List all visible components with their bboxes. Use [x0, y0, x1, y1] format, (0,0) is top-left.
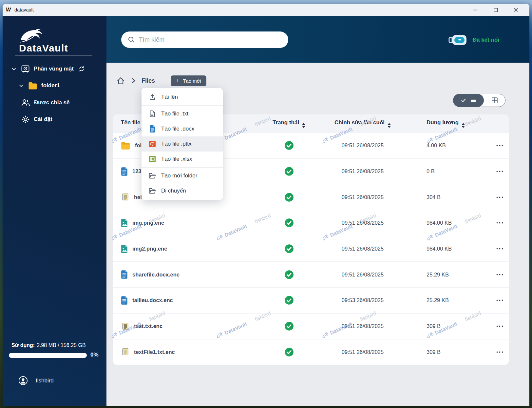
file-name: test.txt.enc — [134, 323, 162, 329]
sort-icon[interactable] — [302, 123, 305, 128]
usage-percent: 0% — [90, 352, 99, 358]
menu-item[interactable]: Tạo file .txt — [142, 106, 223, 121]
sidebar-item-vault[interactable]: Phân vùng mật — [11, 62, 85, 75]
folder-new-icon — [149, 173, 156, 179]
column-header-status[interactable]: Trạng thái — [261, 119, 317, 128]
row-more-button[interactable] — [495, 142, 505, 149]
grid-view-button[interactable] — [484, 97, 505, 104]
file-pttx-icon — [149, 141, 156, 147]
folder-move-icon — [149, 188, 156, 194]
menu-item[interactable]: Tạo file .xlsx — [142, 152, 223, 167]
menu-item-label: Tạo file .pttx — [161, 141, 192, 147]
breadcrumb-current[interactable]: Files — [142, 77, 155, 84]
sidebar-item-settings[interactable]: Cài đặt — [21, 113, 52, 126]
connected-label: Đã kết nối — [473, 37, 499, 43]
modified-date: 09:51 26/08/2025 — [317, 349, 408, 355]
list-view-button[interactable] — [453, 94, 484, 107]
maximize-button[interactable] — [485, 4, 506, 16]
create-new-menu: Tải lênTạo file .txtTạo file .docxTạo fi… — [142, 88, 223, 200]
modified-date: 09:51 26/08/2025 — [317, 142, 408, 149]
titlebar: W datavault — [3, 4, 529, 16]
row-more-button[interactable] — [495, 220, 505, 226]
connection-status: Đã kết nối — [448, 34, 499, 46]
window-title: datavault — [14, 7, 34, 12]
table-row[interactable]: sharefile.docx.enc 09:51 26/08/2025 25.2… — [113, 261, 509, 287]
desktop-background: W datavault DataVault — [0, 0, 532, 408]
text-file-icon — [121, 193, 129, 201]
brand-name: DataVault — [19, 43, 68, 54]
chevron-down-icon[interactable] — [11, 67, 16, 71]
minimize-button[interactable] — [465, 4, 485, 16]
docx-file-icon — [121, 296, 128, 305]
create-new-button[interactable]: + Tạo mới — [171, 75, 206, 86]
column-header-size[interactable]: Dung lượng — [408, 119, 490, 128]
row-more-button[interactable] — [495, 323, 505, 329]
usb-drive-icon — [448, 34, 467, 46]
sidebar-bottom-divider — [9, 368, 100, 368]
chevron-down-icon[interactable] — [19, 83, 24, 88]
search-box[interactable] — [121, 31, 288, 48]
modified-date: 09:51 26/08/2025 — [317, 246, 408, 252]
sort-icon[interactable] — [462, 123, 465, 128]
column-header-modified[interactable]: Chỉnh sửa lần cuối — [317, 119, 408, 128]
row-more-button[interactable] — [495, 349, 505, 355]
menu-item-label: Tạo file .xlsx — [161, 156, 192, 162]
modified-date: 09:51 26/08/2025 — [317, 220, 408, 226]
usage-label: Sử dụng: — [11, 342, 35, 348]
status-ok-icon — [285, 141, 294, 150]
sort-icon[interactable] — [388, 123, 391, 128]
file-size: 304 B — [408, 194, 490, 200]
menu-item[interactable]: Di chuyển — [142, 183, 223, 198]
user-account[interactable]: fishbird — [18, 376, 54, 385]
search-input[interactable] — [139, 36, 282, 43]
refresh-icon[interactable] — [78, 66, 85, 72]
docx-file-icon — [121, 167, 128, 176]
row-more-button[interactable] — [495, 272, 505, 278]
people-icon — [21, 99, 30, 107]
storage-usage: Sử dụng:2.98 MB / 156.25 GB — [11, 342, 86, 348]
close-button[interactable] — [506, 4, 526, 16]
table-row[interactable]: test.txt.enc 09:51 26/08/2025 309 B — [113, 313, 509, 339]
home-icon[interactable] — [116, 76, 125, 85]
status-ok-icon — [285, 167, 294, 176]
plus-icon: + — [176, 78, 180, 84]
file-size: 984.00 KB — [408, 246, 490, 252]
table-row[interactable]: img.png.enc 09:51 26/08/2025 984.00 KB — [113, 210, 509, 236]
file-name: sharefile.docx.enc — [132, 272, 180, 278]
menu-item-label: Tạo file .txt — [161, 111, 188, 117]
breadcrumb: Files + Tạo mới — [116, 74, 206, 87]
main-panel: Đã kết nối Files + Tạo mới — [106, 16, 529, 406]
search-icon — [128, 36, 135, 43]
menu-item[interactable]: Tạo mới folder — [142, 168, 223, 183]
file-size: 4.00 KB — [408, 142, 490, 149]
file-xlsx-icon — [149, 156, 156, 162]
table-row[interactable]: img2.png.enc 09:51 26/08/2025 984.00 KB — [113, 236, 509, 262]
row-more-button[interactable] — [495, 297, 505, 303]
modified-date: 09:51 26/08/2025 — [317, 272, 408, 278]
menu-item[interactable]: Tạo file .pttx — [142, 136, 223, 152]
row-more-button[interactable] — [495, 246, 505, 252]
table-row[interactable]: tailieu.docx.enc 09:53 26/08/2025 25.29 … — [113, 287, 509, 313]
menu-item[interactable]: Tải lên — [142, 90, 223, 105]
usage-progressbar — [9, 353, 87, 358]
list-icon — [470, 97, 476, 103]
table-row[interactable]: textFile1.txt.enc 09:51 26/08/2025 309 B — [113, 339, 509, 365]
text-file-icon — [121, 322, 129, 331]
file-size: 25.29 KB — [408, 272, 490, 278]
image-file-icon — [121, 219, 128, 227]
status-ok-icon — [285, 348, 294, 357]
sidebar-item-shared[interactable]: Được chia sẻ — [21, 96, 70, 109]
file-name: img.png.enc — [132, 220, 164, 226]
text-file-icon — [121, 348, 129, 356]
file-name: 123 — [132, 168, 142, 174]
dolphin-logo-icon — [19, 28, 47, 43]
sidebar-item-label: folder1 — [41, 82, 60, 89]
menu-item[interactable]: Tạo file .docx — [142, 121, 223, 136]
row-more-button[interactable] — [495, 168, 505, 174]
sidebar-item-folder1[interactable]: folder1 — [19, 79, 60, 92]
file-size: 309 B — [408, 349, 490, 355]
sidebar-item-label: Được chia sẻ — [34, 99, 70, 106]
status-ok-icon — [285, 193, 294, 202]
file-name: textFile1.txt.enc — [134, 349, 175, 355]
row-more-button[interactable] — [495, 194, 505, 200]
